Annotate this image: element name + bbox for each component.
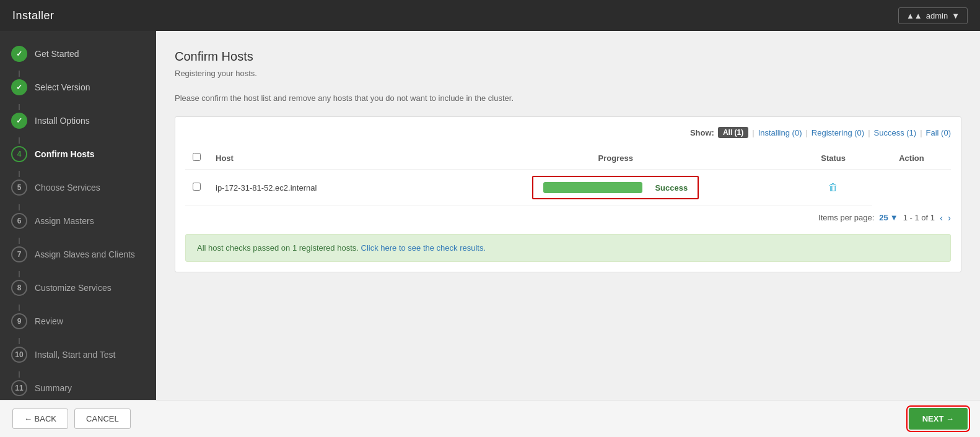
sidebar-item-install-options[interactable]: ✓Install Options bbox=[0, 104, 156, 137]
col-action: Action bbox=[872, 147, 951, 170]
items-per-page-label: Items per page: bbox=[818, 213, 874, 222]
status-badge: Success bbox=[655, 183, 688, 193]
filter-bar: Show: All (1) | Installing (0) | Registe… bbox=[185, 127, 951, 138]
step-circle: 9 bbox=[11, 313, 27, 329]
filter-success[interactable]: Success (1) bbox=[874, 128, 917, 137]
step-circle: 11 bbox=[11, 380, 27, 396]
check-results-link[interactable]: Click here to see the check results. bbox=[361, 243, 486, 253]
sidebar-item-label: Assign Masters bbox=[35, 216, 94, 226]
sidebar-item-label: Review bbox=[35, 316, 63, 326]
main-layout: ✓Get Started✓Select Version✓Install Opti… bbox=[0, 31, 980, 400]
filter-registering[interactable]: Registering (0) bbox=[812, 128, 864, 137]
chevron-down-icon: ▼ bbox=[890, 213, 898, 222]
cancel-button[interactable]: CANCEL bbox=[74, 409, 131, 429]
footer: ← BACK CANCEL NEXT → bbox=[0, 400, 980, 437]
sidebar-item-label: Assign Slaves and Clients bbox=[35, 249, 135, 259]
hosts-table: Host Progress Status Action ip-172-31-81… bbox=[185, 147, 951, 206]
col-progress: Progress bbox=[437, 147, 794, 170]
host-name: ip-172-31-81-52.ec2.internal bbox=[208, 170, 437, 206]
sidebar-item-label: Install, Start and Test bbox=[35, 350, 115, 360]
items-per-page-select[interactable]: 25 ▼ bbox=[879, 213, 898, 222]
table-row: ip-172-31-81-52.ec2.internal Success bbox=[185, 170, 951, 206]
step-circle: 7 bbox=[11, 246, 27, 262]
sidebar-item-review[interactable]: 9Review bbox=[0, 305, 156, 338]
app-title: Installer bbox=[12, 9, 55, 22]
col-host: Host bbox=[208, 147, 437, 170]
user-label: admin bbox=[926, 11, 948, 20]
col-status: Status bbox=[794, 147, 872, 170]
next-page-button[interactable]: › bbox=[948, 212, 951, 223]
sidebar-item-label: Install Options bbox=[35, 116, 90, 126]
pagination: Items per page: 25 ▼ 1 - 1 of 1 ‹ › bbox=[185, 206, 951, 225]
user-menu[interactable]: ▲▲ admin ▼ bbox=[898, 7, 968, 24]
filter-installing[interactable]: Installing (0) bbox=[758, 128, 802, 137]
sidebar-item-label: Customize Services bbox=[35, 283, 112, 293]
page-subtitle-1: Registering your hosts. bbox=[175, 67, 961, 80]
step-circle: 10 bbox=[11, 347, 27, 363]
sidebar-item-summary[interactable]: 11Summary bbox=[0, 371, 156, 400]
content-area: Confirm Hosts Registering your hosts. Pl… bbox=[156, 31, 980, 400]
chevron-down-icon: ▼ bbox=[952, 11, 960, 20]
step-circle: 8 bbox=[11, 280, 27, 296]
user-icon: ▲▲ bbox=[906, 11, 922, 20]
sidebar-item-install,-start-and-test[interactable]: 10Install, Start and Test bbox=[0, 338, 156, 371]
step-circle: ✓ bbox=[11, 79, 27, 95]
sidebar-item-select-version[interactable]: ✓Select Version bbox=[0, 71, 156, 104]
step-circle: ✓ bbox=[11, 46, 27, 62]
sidebar-item-customize-services[interactable]: 8Customize Services bbox=[0, 271, 156, 305]
row-checkbox[interactable] bbox=[193, 183, 201, 191]
sidebar-item-choose-services[interactable]: 5Choose Services bbox=[0, 171, 156, 204]
step-circle: ✓ bbox=[11, 113, 27, 129]
page-range: 1 - 1 of 1 bbox=[903, 213, 935, 222]
sidebar-item-label: Select Version bbox=[35, 82, 90, 92]
sidebar: ✓Get Started✓Select Version✓Install Opti… bbox=[0, 31, 156, 400]
step-circle: 5 bbox=[11, 180, 27, 196]
progress-bar-fill bbox=[543, 182, 642, 193]
sidebar-item-assign-slaves-and-clients[interactable]: 7Assign Slaves and Clients bbox=[0, 238, 156, 271]
hosts-table-container: Show: All (1) | Installing (0) | Registe… bbox=[175, 116, 961, 272]
delete-icon[interactable]: 🗑 bbox=[828, 182, 838, 193]
action-cell: 🗑 bbox=[794, 170, 872, 206]
prev-page-button[interactable]: ‹ bbox=[940, 212, 943, 223]
next-button[interactable]: NEXT → bbox=[909, 408, 968, 430]
success-message: All host checks passed on 1 registered h… bbox=[197, 243, 359, 253]
header: Installer ▲▲ admin ▼ bbox=[0, 0, 980, 31]
sidebar-item-get-started[interactable]: ✓Get Started bbox=[0, 37, 156, 71]
show-label: Show: bbox=[690, 128, 714, 137]
filter-fail[interactable]: Fail (0) bbox=[926, 128, 951, 137]
page-subtitle-2: Please confirm the host list and remove … bbox=[175, 92, 961, 105]
progress-cell: Success bbox=[437, 170, 794, 206]
sidebar-item-label: Get Started bbox=[35, 49, 79, 59]
sidebar-item-label: Choose Services bbox=[35, 183, 100, 193]
select-all-checkbox[interactable] bbox=[193, 153, 201, 161]
progress-bar bbox=[543, 182, 642, 193]
sidebar-item-confirm-hosts[interactable]: 4Confirm Hosts bbox=[0, 137, 156, 171]
step-circle: 6 bbox=[11, 213, 27, 229]
per-page-value: 25 bbox=[879, 213, 888, 222]
sidebar-item-label: Confirm Hosts bbox=[35, 149, 94, 159]
page-title: Confirm Hosts bbox=[175, 50, 961, 64]
step-circle: 4 bbox=[11, 146, 27, 162]
back-button[interactable]: ← BACK bbox=[12, 409, 68, 429]
sidebar-item-label: Summary bbox=[35, 383, 72, 393]
sidebar-item-assign-masters[interactable]: 6Assign Masters bbox=[0, 204, 156, 238]
success-banner: All host checks passed on 1 registered h… bbox=[185, 234, 951, 262]
filter-all[interactable]: All (1) bbox=[718, 127, 748, 138]
